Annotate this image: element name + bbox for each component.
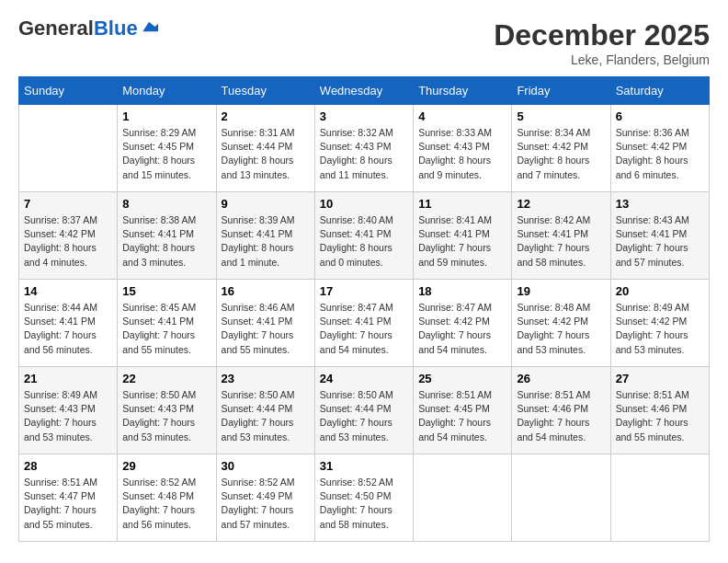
day-info: Sunrise: 8:37 AM Sunset: 4:42 PM Dayligh… [24, 213, 112, 270]
day-info: Sunrise: 8:34 AM Sunset: 4:42 PM Dayligh… [517, 126, 605, 182]
day-info: Sunrise: 8:47 AM Sunset: 4:41 PM Dayligh… [320, 301, 408, 357]
day-number: 10 [320, 197, 408, 211]
day-number: 13 [616, 197, 704, 211]
day-number: 30 [222, 459, 310, 473]
week-row-5: 28Sunrise: 8:51 AM Sunset: 4:47 PM Dayli… [19, 454, 710, 542]
day-cell: 18Sunrise: 8:47 AM Sunset: 4:42 PM Dayli… [414, 280, 512, 367]
day-cell: 30Sunrise: 8:52 AM Sunset: 4:49 PM Dayli… [216, 454, 314, 542]
day-number: 18 [418, 284, 506, 298]
day-number: 4 [418, 109, 506, 123]
day-info: Sunrise: 8:51 AM Sunset: 4:45 PM Dayligh… [418, 388, 506, 444]
day-cell: 20Sunrise: 8:49 AM Sunset: 4:42 PM Dayli… [610, 280, 709, 367]
header-sunday: Sunday [19, 77, 118, 105]
day-number: 19 [517, 284, 605, 298]
day-info: Sunrise: 8:51 AM Sunset: 4:47 PM Dayligh… [24, 476, 112, 532]
logo-general: General [18, 17, 94, 40]
day-number: 14 [24, 284, 112, 298]
week-row-3: 14Sunrise: 8:44 AM Sunset: 4:41 PM Dayli… [19, 280, 710, 367]
logo: GeneralBlue [18, 18, 158, 39]
day-number: 23 [222, 372, 310, 385]
day-info: Sunrise: 8:45 AM Sunset: 4:41 PM Dayligh… [122, 301, 210, 357]
day-number: 3 [320, 109, 408, 123]
day-number: 8 [122, 197, 210, 211]
day-number: 31 [320, 459, 408, 473]
day-cell: 22Sunrise: 8:50 AM Sunset: 4:43 PM Dayli… [118, 367, 216, 454]
day-info: Sunrise: 8:39 AM Sunset: 4:41 PM Dayligh… [222, 213, 310, 270]
day-number: 2 [222, 109, 310, 123]
day-cell: 8Sunrise: 8:38 AM Sunset: 4:41 PM Daylig… [118, 192, 216, 280]
day-cell: 7Sunrise: 8:37 AM Sunset: 4:42 PM Daylig… [19, 192, 118, 280]
day-number: 25 [418, 372, 506, 385]
page-header: GeneralBlue December 2025 Leke, Flanders… [18, 18, 710, 67]
day-number: 12 [517, 197, 605, 211]
day-cell: 13Sunrise: 8:43 AM Sunset: 4:41 PM Dayli… [610, 192, 709, 280]
day-cell: 24Sunrise: 8:50 AM Sunset: 4:44 PM Dayli… [314, 367, 413, 454]
day-cell: 9Sunrise: 8:39 AM Sunset: 4:41 PM Daylig… [216, 192, 314, 280]
day-cell: 2Sunrise: 8:31 AM Sunset: 4:44 PM Daylig… [216, 105, 314, 192]
day-cell: 26Sunrise: 8:51 AM Sunset: 4:46 PM Dayli… [512, 367, 610, 454]
day-info: Sunrise: 8:49 AM Sunset: 4:43 PM Dayligh… [24, 388, 112, 444]
day-number: 9 [222, 197, 310, 211]
day-info: Sunrise: 8:52 AM Sunset: 4:49 PM Dayligh… [222, 476, 310, 532]
day-info: Sunrise: 8:46 AM Sunset: 4:41 PM Dayligh… [222, 301, 310, 357]
header-saturday: Saturday [610, 77, 709, 105]
day-cell: 29Sunrise: 8:52 AM Sunset: 4:48 PM Dayli… [118, 454, 216, 542]
calendar-header-row: SundayMondayTuesdayWednesdayThursdayFrid… [19, 77, 710, 105]
day-cell: 5Sunrise: 8:34 AM Sunset: 4:42 PM Daylig… [512, 105, 610, 192]
day-info: Sunrise: 8:51 AM Sunset: 4:46 PM Dayligh… [517, 388, 605, 444]
day-info: Sunrise: 8:38 AM Sunset: 4:41 PM Dayligh… [122, 213, 210, 270]
day-cell: 25Sunrise: 8:51 AM Sunset: 4:45 PM Dayli… [414, 367, 512, 454]
header-friday: Friday [512, 77, 610, 105]
day-cell: 15Sunrise: 8:45 AM Sunset: 4:41 PM Dayli… [118, 280, 216, 367]
day-info: Sunrise: 8:52 AM Sunset: 4:50 PM Dayligh… [320, 476, 408, 532]
month-title: December 2025 [494, 18, 710, 52]
day-number: 20 [616, 284, 704, 298]
day-number: 29 [122, 459, 210, 473]
day-cell: 10Sunrise: 8:40 AM Sunset: 4:41 PM Dayli… [314, 192, 413, 280]
day-info: Sunrise: 8:41 AM Sunset: 4:41 PM Dayligh… [418, 213, 506, 270]
day-number: 1 [122, 109, 210, 123]
header-monday: Monday [118, 77, 216, 105]
svg-marker-0 [142, 22, 158, 32]
day-cell: 28Sunrise: 8:51 AM Sunset: 4:47 PM Dayli… [19, 454, 118, 542]
day-number: 21 [24, 372, 112, 385]
day-cell: 27Sunrise: 8:51 AM Sunset: 4:46 PM Dayli… [610, 367, 709, 454]
day-number: 17 [320, 284, 408, 298]
day-cell: 3Sunrise: 8:32 AM Sunset: 4:43 PM Daylig… [314, 105, 413, 192]
logo-blue: Blue [94, 17, 138, 40]
logo-icon [140, 20, 158, 33]
day-info: Sunrise: 8:44 AM Sunset: 4:41 PM Dayligh… [24, 301, 112, 357]
day-info: Sunrise: 8:43 AM Sunset: 4:41 PM Dayligh… [616, 213, 704, 270]
week-row-1: 1Sunrise: 8:29 AM Sunset: 4:45 PM Daylig… [19, 105, 710, 192]
day-info: Sunrise: 8:40 AM Sunset: 4:41 PM Dayligh… [320, 213, 408, 270]
day-number: 22 [122, 372, 210, 385]
day-number: 7 [24, 197, 112, 211]
day-info: Sunrise: 8:52 AM Sunset: 4:48 PM Dayligh… [122, 476, 210, 532]
day-info: Sunrise: 8:31 AM Sunset: 4:44 PM Dayligh… [222, 126, 310, 182]
day-cell: 31Sunrise: 8:52 AM Sunset: 4:50 PM Dayli… [314, 454, 413, 542]
day-info: Sunrise: 8:50 AM Sunset: 4:44 PM Dayligh… [222, 388, 310, 444]
day-info: Sunrise: 8:51 AM Sunset: 4:46 PM Dayligh… [616, 388, 704, 444]
day-cell: 12Sunrise: 8:42 AM Sunset: 4:41 PM Dayli… [512, 192, 610, 280]
logo-text: GeneralBlue [18, 18, 138, 39]
day-info: Sunrise: 8:50 AM Sunset: 4:43 PM Dayligh… [122, 388, 210, 444]
day-number: 26 [517, 372, 605, 385]
day-info: Sunrise: 8:29 AM Sunset: 4:45 PM Dayligh… [122, 126, 210, 182]
day-info: Sunrise: 8:42 AM Sunset: 4:41 PM Dayligh… [517, 213, 605, 270]
day-number: 5 [517, 109, 605, 123]
day-cell: 6Sunrise: 8:36 AM Sunset: 4:42 PM Daylig… [610, 105, 709, 192]
day-number: 15 [122, 284, 210, 298]
day-cell [610, 454, 709, 542]
week-row-2: 7Sunrise: 8:37 AM Sunset: 4:42 PM Daylig… [19, 192, 710, 280]
day-info: Sunrise: 8:33 AM Sunset: 4:43 PM Dayligh… [418, 126, 506, 182]
day-cell: 23Sunrise: 8:50 AM Sunset: 4:44 PM Dayli… [216, 367, 314, 454]
day-info: Sunrise: 8:49 AM Sunset: 4:42 PM Dayligh… [616, 301, 704, 357]
header-wednesday: Wednesday [314, 77, 413, 105]
calendar-table: SundayMondayTuesdayWednesdayThursdayFrid… [18, 76, 710, 542]
day-number: 16 [222, 284, 310, 298]
header-tuesday: Tuesday [216, 77, 314, 105]
day-cell [414, 454, 512, 542]
day-cell [512, 454, 610, 542]
header-thursday: Thursday [414, 77, 512, 105]
day-cell [19, 105, 118, 192]
